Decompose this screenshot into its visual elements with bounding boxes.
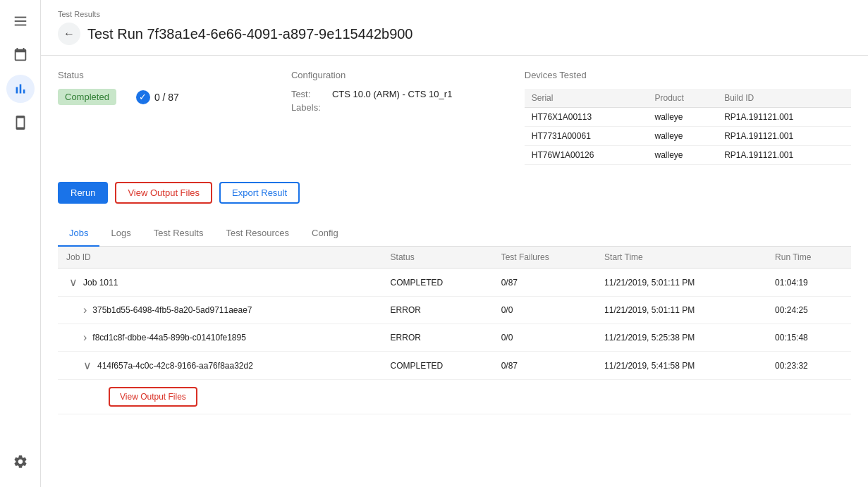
view-output-button[interactable]: View Output Files [115, 182, 212, 204]
title-row: ← Test Run 7f38a1e4-6e66-4091-a897-9e115… [58, 23, 851, 45]
status-label: Status [58, 70, 291, 80]
jobs-col-id: Job ID [58, 247, 382, 269]
header: Test Results ← Test Run 7f38a1e4-6e66-40… [41, 0, 868, 56]
view-output-row: View Output Files [58, 380, 851, 414]
job-start-time: 11/21/2019, 5:41:58 PM [596, 352, 766, 380]
job-id-cell: ∨414f657a-4c0c-42c8-9166-aa76f8aa32d2 [58, 352, 382, 380]
jobs-col-status: Status [382, 247, 493, 269]
view-output-files-button-small[interactable]: View Output Files [109, 387, 197, 407]
job-row: ›375b1d55-6498-4fb5-8a20-5ad9711aeae7 ER… [58, 297, 851, 324]
status-row: Completed ✓ 0 / 87 [58, 89, 291, 105]
jobs-col-start: Start Time [596, 247, 766, 269]
config-labels-row: Labels: [291, 102, 525, 113]
expand-btn[interactable]: › [80, 331, 90, 344]
devices-col-serial: Serial [525, 89, 648, 108]
devices-block: Devices Tested Serial Product Build ID H… [525, 70, 851, 165]
job-row: ∨414f657a-4c0c-42c8-9166-aa76f8aa32d2 CO… [58, 352, 851, 380]
device-row: HT76W1A00126 walleye RP1A.191121.001 [525, 146, 851, 165]
export-result-button[interactable]: Export Result [219, 182, 300, 204]
tab-test-resources[interactable]: Test Resources [214, 221, 300, 247]
device-build: RP1A.191121.001 [717, 146, 851, 165]
config-label: Configuration [291, 70, 525, 80]
status-block: Status Completed ✓ 0 / 87 [58, 70, 291, 165]
svg-rect-2 [14, 25, 26, 26]
devices-label: Devices Tested [525, 70, 851, 80]
device-serial: HT76W1A00126 [525, 146, 648, 165]
expand-btn[interactable]: ∨ [80, 359, 94, 372]
tab-jobs[interactable]: Jobs [58, 221, 99, 247]
rerun-button[interactable]: Rerun [58, 182, 108, 204]
job-row: ∨Job 1011 COMPLETED 0/87 11/21/2019, 5:0… [58, 269, 851, 297]
check-icon: ✓ [136, 90, 150, 104]
pass-count: ✓ 0 / 87 [136, 90, 179, 104]
device-row: HT7731A00061 walleye RP1A.191121.001 [525, 127, 851, 146]
main-content: Test Results ← Test Run 7f38a1e4-6e66-40… [41, 0, 868, 487]
device-build: RP1A.191121.001 [717, 108, 851, 127]
job-status: ERROR [382, 297, 493, 324]
job-id: Job 1011 [83, 278, 118, 288]
sidebar-icon-calendar[interactable] [6, 41, 35, 69]
device-serial: HT7731A00061 [525, 127, 648, 146]
job-status: COMPLETED [382, 352, 493, 380]
svg-rect-0 [14, 17, 26, 18]
devices-table: Serial Product Build ID HT76X1A00113 wal… [525, 89, 851, 165]
job-start-time: 11/21/2019, 5:25:38 PM [596, 324, 766, 352]
tab-config[interactable]: Config [300, 221, 350, 247]
job-test-failures: 0/87 [493, 352, 596, 380]
expand-btn[interactable]: ∨ [66, 276, 80, 289]
job-run-time: 00:15:48 [766, 324, 851, 352]
jobs-col-failures: Test Failures [493, 247, 596, 269]
job-id: 414f657a-4c0c-42c8-9166-aa76f8aa32d2 [97, 361, 253, 371]
job-status: COMPLETED [382, 269, 493, 297]
status-badge: Completed [58, 89, 116, 105]
device-serial: HT76X1A00113 [525, 108, 648, 127]
job-id-cell: ›375b1d55-6498-4fb5-8a20-5ad9711aeae7 [58, 297, 382, 324]
sidebar-icon-list[interactable] [6, 7, 35, 35]
device-row: HT76X1A00113 walleye RP1A.191121.001 [525, 108, 851, 127]
job-start-time: 11/21/2019, 5:01:11 PM [596, 297, 766, 324]
devices-col-product: Product [648, 89, 718, 108]
sidebar-icon-settings[interactable] [6, 448, 35, 476]
job-test-failures: 0/0 [493, 297, 596, 324]
job-id: f8cd1c8f-dbbe-44a5-899b-c01410fe1895 [92, 333, 246, 343]
job-test-failures: 0/87 [493, 269, 596, 297]
jobs-col-runtime: Run Time [766, 247, 851, 269]
tab-logs[interactable]: Logs [99, 221, 142, 247]
device-build: RP1A.191121.001 [717, 127, 851, 146]
tabs: JobsLogsTest ResultsTest ResourcesConfig [58, 221, 851, 247]
config-labels-label: Labels: [291, 102, 326, 113]
page-title: Test Run 7f38a1e4-6e66-4091-a897-9e11544… [87, 26, 413, 42]
view-output-cell: View Output Files [58, 380, 851, 414]
tab-test-results[interactable]: Test Results [142, 221, 215, 247]
content-area: Status Completed ✓ 0 / 87 Configuration … [41, 56, 868, 487]
job-id-cell: ›f8cd1c8f-dbbe-44a5-899b-c01410fe1895 [58, 324, 382, 352]
job-status: ERROR [382, 324, 493, 352]
job-test-failures: 0/0 [493, 324, 596, 352]
job-run-time: 00:23:32 [766, 352, 851, 380]
breadcrumb: Test Results [58, 10, 851, 18]
device-product: walleye [648, 146, 718, 165]
pass-count-value: 0 / 87 [154, 92, 179, 103]
action-buttons: Rerun View Output Files Export Result [58, 182, 851, 204]
job-run-time: 00:24:25 [766, 297, 851, 324]
job-id-cell: ∨Job 1011 [58, 269, 382, 297]
config-block: Configuration Test: CTS 10.0 (ARM) - CTS… [291, 70, 525, 165]
config-test-value: CTS 10.0 (ARM) - CTS 10_r1 [332, 89, 453, 99]
job-run-time: 01:04:19 [766, 269, 851, 297]
config-test-label: Test: [291, 89, 326, 99]
device-product: walleye [648, 108, 718, 127]
sidebar-icon-chart[interactable] [6, 75, 35, 103]
job-row: ›f8cd1c8f-dbbe-44a5-899b-c01410fe1895 ER… [58, 324, 851, 352]
jobs-table: Job ID Status Test Failures Start Time R… [58, 247, 851, 414]
svg-rect-1 [14, 20, 26, 22]
expand-btn[interactable]: › [80, 304, 90, 316]
config-test-row: Test: CTS 10.0 (ARM) - CTS 10_r1 [291, 89, 525, 99]
device-product: walleye [648, 127, 718, 146]
sidebar-icon-phone[interactable] [6, 109, 35, 137]
back-button[interactable]: ← [58, 23, 80, 45]
devices-col-build: Build ID [717, 89, 851, 108]
job-id: 375b1d55-6498-4fb5-8a20-5ad9711aeae7 [92, 305, 252, 315]
sidebar [0, 0, 41, 487]
info-section: Status Completed ✓ 0 / 87 Configuration … [58, 70, 851, 165]
job-start-time: 11/21/2019, 5:01:11 PM [596, 269, 766, 297]
